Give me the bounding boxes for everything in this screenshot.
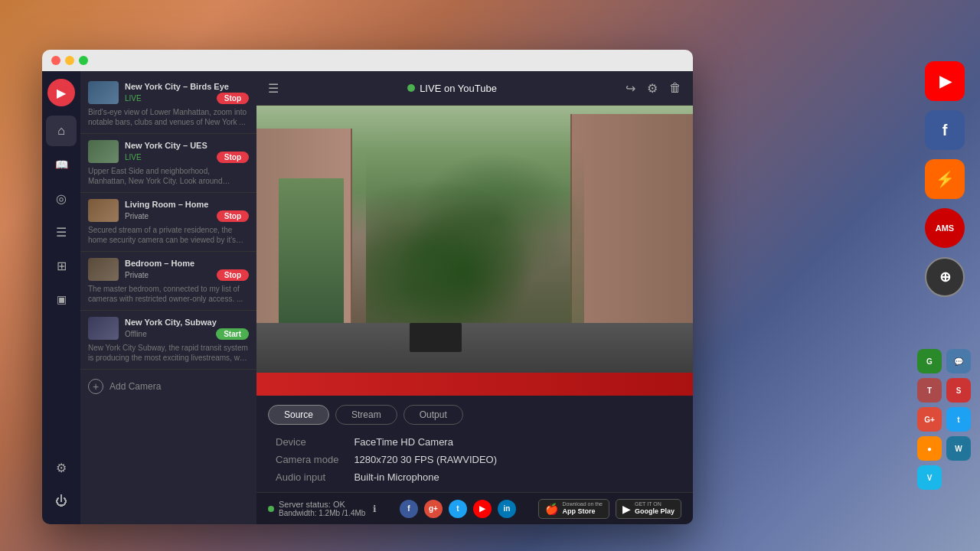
building-far-right bbox=[570, 114, 693, 323]
camera-item-living-room[interactable]: Living Room – Home Private Stop Secured … bbox=[80, 193, 256, 252]
audio-input-label: Audio input bbox=[276, 471, 338, 483]
facebook-desktop-icon[interactable]: f bbox=[925, 110, 965, 150]
camera-stop-btn-2[interactable]: Stop bbox=[217, 152, 249, 163]
camera-item-nyc-birds-eye[interactable]: New York City – Birds Eye LIVE Stop Bird… bbox=[80, 75, 256, 134]
ams-desktop-icon[interactable]: AMS bbox=[925, 208, 965, 248]
small-desktop-icons-panel: G 💬 T S G+ t ● W V bbox=[917, 349, 971, 490]
sidebar-item-power[interactable]: ⏻ bbox=[46, 486, 77, 517]
camera-thumb-2 bbox=[88, 140, 119, 163]
sidebar-item-location[interactable]: ◎ bbox=[46, 183, 77, 214]
tab-stream[interactable]: Stream bbox=[335, 405, 397, 425]
social-icons: f g+ t ▶ in bbox=[400, 500, 516, 518]
camera-start-btn-5[interactable]: Start bbox=[216, 328, 249, 340]
app-store-badges: 🍎 Download on the App Store ▶ GET IT ON … bbox=[538, 499, 681, 519]
camera-mode-value: 980x551 30 FPS (RAWVIDEO) bbox=[354, 454, 674, 465]
topbar-menu-icon[interactable]: ☰ bbox=[268, 81, 279, 96]
camera-list: New York City – Birds Eye LIVE Stop Bird… bbox=[80, 71, 256, 524]
camera-stop-btn-1[interactable]: Stop bbox=[217, 93, 249, 104]
youtube-desktop-icon[interactable]: ▶ bbox=[925, 61, 965, 101]
tree-left bbox=[279, 178, 345, 324]
sidebar-item-grid[interactable]: ⊞ bbox=[46, 250, 77, 281]
delete-button[interactable]: 🗑 bbox=[669, 81, 681, 96]
small-twitter-icon[interactable]: t bbox=[946, 407, 971, 432]
red-stripe bbox=[256, 373, 693, 396]
camera-name-1: New York City – Birds Eye bbox=[125, 82, 249, 91]
sidebar-item-book[interactable]: 📖 bbox=[46, 149, 77, 180]
trees-center bbox=[366, 149, 584, 323]
share-button[interactable]: ↪ bbox=[626, 81, 635, 96]
camera-desc-3: Secured stream of a private residence, t… bbox=[88, 225, 249, 245]
camera-item-subway[interactable]: New York City, Subway Offline Start New … bbox=[80, 311, 256, 370]
location-icon: ◎ bbox=[56, 191, 67, 206]
sidebar: ▶ ⌂ 📖 ◎ ☰ ⊞ ▣ ⚙ bbox=[42, 71, 80, 524]
thunder-desktop-icon[interactable]: ⚡ bbox=[925, 159, 965, 199]
social-twitter-icon[interactable]: t bbox=[449, 500, 467, 518]
sidebar-item-monitor[interactable]: ▣ bbox=[46, 284, 77, 315]
main-content: ☰ LIVE on YouTube ↪ ⚙ 🗑 bbox=[256, 71, 693, 524]
topbar-actions: ↪ ⚙ 🗑 bbox=[626, 81, 681, 96]
settings-icon: ⚙ bbox=[56, 461, 67, 475]
small-v-icon[interactable]: V bbox=[917, 465, 942, 490]
live-text: LIVE on YouTube bbox=[420, 83, 497, 94]
camera-stop-btn-3[interactable]: Stop bbox=[217, 210, 249, 222]
small-orange-icon[interactable]: ● bbox=[917, 436, 942, 461]
camera-status-1: LIVE bbox=[125, 94, 142, 103]
small-gplus-icon[interactable]: G+ bbox=[917, 407, 942, 432]
camera-status-3: Private bbox=[125, 212, 149, 220]
camera-thumb-1 bbox=[88, 81, 119, 104]
audio-input-value: Built-in Microphone bbox=[354, 471, 674, 483]
camera-desc-4: The master bedroom, connected to my list… bbox=[88, 284, 249, 304]
main-topbar: ☰ LIVE on YouTube ↪ ⚙ 🗑 bbox=[256, 71, 693, 106]
appstore-badge[interactable]: 🍎 Download on the App Store bbox=[538, 499, 609, 519]
social-google-icon[interactable]: g+ bbox=[424, 500, 443, 518]
camera-desc-1: Bird's-eye view of Lower Manhattan, zoom… bbox=[88, 107, 249, 127]
playstore-text: GET IT ON Google Play bbox=[635, 500, 675, 517]
server-status-text: Server status: OK bbox=[279, 500, 365, 509]
camera-desc-2: Upper East Side and neighborhood, Manhat… bbox=[88, 166, 249, 186]
add-camera-btn[interactable]: + Add Camera bbox=[80, 370, 256, 403]
sniper-desktop-icon[interactable]: ⊕ bbox=[925, 257, 965, 297]
book-icon: 📖 bbox=[55, 158, 68, 171]
tab-output[interactable]: Output bbox=[403, 405, 463, 425]
camera-status-4: Private bbox=[125, 271, 149, 279]
live-dot bbox=[407, 84, 415, 92]
sidebar-item-home[interactable]: ⌂ bbox=[46, 116, 77, 146]
camera-thumb-5 bbox=[88, 317, 119, 340]
maximize-button[interactable] bbox=[79, 56, 88, 65]
small-wp-icon[interactable]: W bbox=[946, 436, 971, 461]
close-button[interactable] bbox=[51, 56, 60, 65]
small-s-icon[interactable]: S bbox=[946, 378, 971, 403]
tab-source[interactable]: Source bbox=[268, 405, 329, 425]
sidebar-item-settings[interactable]: ⚙ bbox=[46, 452, 77, 483]
camera-name-5: New York City, Subway bbox=[125, 318, 249, 327]
camera-name-4: Bedroom – Home bbox=[125, 259, 249, 268]
camera-desc-5: New York City Subway, the rapid transit … bbox=[88, 343, 249, 363]
small-g-icon[interactable]: G bbox=[917, 349, 942, 373]
server-status: Server status: OK Bandwidth: 1.2Mb /1.4M… bbox=[268, 500, 377, 517]
small-chat-icon[interactable]: 💬 bbox=[946, 349, 971, 373]
app-body: ▶ ⌂ 📖 ◎ ☰ ⊞ ▣ ⚙ bbox=[42, 71, 693, 524]
titlebar bbox=[42, 50, 693, 71]
camera-item-nyc-ues[interactable]: New York City – UES LIVE Stop Upper East… bbox=[80, 134, 256, 193]
social-linkedin-icon[interactable]: in bbox=[498, 500, 516, 518]
camera-thumb-4 bbox=[88, 258, 119, 281]
apple-icon: 🍎 bbox=[545, 503, 558, 515]
device-label: Device bbox=[276, 436, 338, 448]
settings-button[interactable]: ⚙ bbox=[647, 81, 658, 96]
playstore-badge[interactable]: ▶ GET IT ON Google Play bbox=[616, 499, 681, 519]
social-youtube-icon[interactable]: ▶ bbox=[473, 500, 492, 518]
list-icon: ☰ bbox=[56, 225, 67, 240]
street-scene bbox=[256, 106, 693, 396]
titlebar-buttons bbox=[51, 56, 88, 65]
small-t-icon[interactable]: T bbox=[917, 378, 942, 403]
camera-stop-btn-4[interactable]: Stop bbox=[217, 269, 249, 281]
app-logo[interactable]: ▶ bbox=[47, 79, 75, 106]
camera-item-bedroom[interactable]: Bedroom – Home Private Stop The master b… bbox=[80, 252, 256, 311]
power-icon: ⏻ bbox=[55, 494, 67, 508]
car bbox=[410, 323, 462, 352]
minimize-button[interactable] bbox=[65, 56, 74, 65]
sidebar-item-list[interactable]: ☰ bbox=[46, 217, 77, 247]
main-window: ▶ ⌂ 📖 ◎ ☰ ⊞ ▣ ⚙ bbox=[42, 50, 693, 524]
social-facebook-icon[interactable]: f bbox=[400, 500, 418, 518]
camera-status-5: Offline bbox=[125, 330, 147, 338]
